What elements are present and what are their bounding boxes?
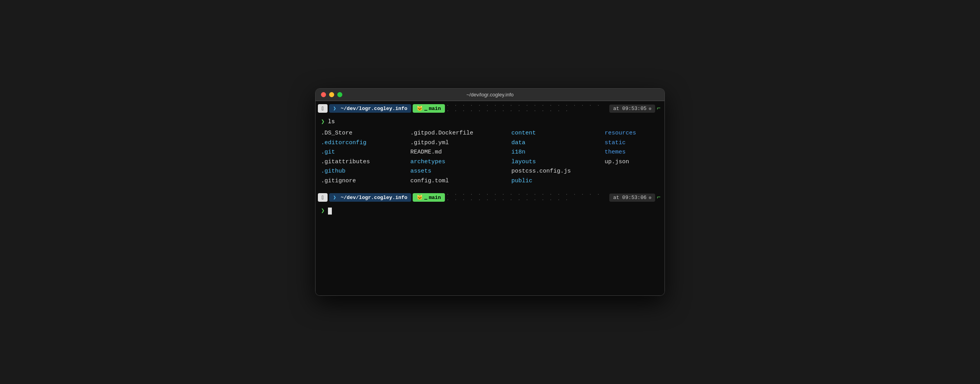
file-item bbox=[605, 177, 665, 186]
clock-icon-1: ⊙ bbox=[649, 106, 652, 111]
window-title: ~/dev/logr.cogley.info bbox=[466, 92, 514, 98]
path-bold-2: logr.cogley.info bbox=[359, 195, 408, 201]
file-item: public bbox=[511, 177, 605, 186]
new-command-line: ❯ bbox=[321, 206, 659, 216]
path-prefix-1: ~/dev/ bbox=[341, 106, 359, 112]
prompt-bar-2:  ❯ ~/dev/logr.cogley.info 🐱 ⎯ main · · … bbox=[316, 190, 664, 205]
chevron-icon-2: ❯ bbox=[321, 206, 325, 216]
file-item: .gitignore bbox=[321, 177, 410, 186]
file-item: config.toml bbox=[410, 177, 511, 186]
time-display-1: at 09:53:05 ⊙ bbox=[609, 105, 655, 113]
git-icon-2: 🐱 bbox=[417, 194, 423, 201]
command-line: ❯ ls bbox=[321, 117, 659, 127]
close-button[interactable] bbox=[321, 92, 326, 97]
file-item: resources bbox=[605, 129, 665, 138]
file-item: .editorconfig bbox=[321, 139, 410, 148]
minimize-button[interactable] bbox=[329, 92, 334, 97]
path-bold-1: logr.cogley.info bbox=[359, 106, 408, 112]
prompt-end-bracket-2: ⌐ bbox=[655, 194, 662, 201]
file-item: .github bbox=[321, 167, 410, 176]
prompt-end-bracket-1: ⌐ bbox=[655, 105, 662, 112]
time-display-2: at 09:53:06 ⊙ bbox=[609, 194, 655, 202]
branch-icon-2: ⎯ bbox=[424, 195, 427, 200]
file-item: content bbox=[511, 129, 605, 138]
file-item: up.json bbox=[605, 158, 665, 167]
file-item: .DS_Store bbox=[321, 129, 410, 138]
branch-name-2: main bbox=[429, 195, 441, 201]
time-text-1: at 09:53:05 bbox=[613, 106, 647, 112]
file-item: layouts bbox=[511, 158, 605, 167]
apple-icon:  bbox=[318, 104, 328, 113]
branch-name-1: main bbox=[429, 106, 441, 112]
title-bar: ~/dev/logr.cogley.info bbox=[316, 89, 664, 101]
file-item: data bbox=[511, 139, 605, 148]
git-branch-1: 🐱 ⎯ main bbox=[413, 104, 445, 113]
terminal-body:  ❯ ~/dev/logr.cogley.info 🐱 ⎯ main · · … bbox=[316, 101, 664, 295]
apple-icon-2:  bbox=[318, 193, 328, 202]
terminal-window: ~/dev/logr.cogley.info  ❯ ~/dev/logr.co… bbox=[315, 88, 665, 296]
file-item: assets bbox=[410, 167, 511, 176]
file-item bbox=[605, 167, 665, 176]
terminal-content: ❯ ls .DS_Store .gitpod.Dockerfile conten… bbox=[316, 116, 664, 190]
cursor bbox=[328, 208, 332, 215]
branch-icon-1: ⎯ bbox=[424, 106, 427, 111]
time-text-2: at 09:53:06 bbox=[613, 195, 647, 201]
file-item: archetypes bbox=[410, 158, 511, 167]
file-item: .gitpod.Dockerfile bbox=[410, 129, 511, 138]
file-item: .git bbox=[321, 148, 410, 157]
path-arrow-icon: ❯ bbox=[333, 106, 336, 112]
prompt-dots-2: · · · · · · · · · · · · · · · · · · · · … bbox=[446, 192, 608, 203]
traffic-lights bbox=[321, 92, 342, 97]
file-listing: .DS_Store .gitpod.Dockerfile content res… bbox=[321, 129, 659, 185]
file-item: static bbox=[605, 139, 665, 148]
prompt-dots-1: · · · · · · · · · · · · · · · · · · · · … bbox=[446, 103, 608, 114]
file-item: README.md bbox=[410, 148, 511, 157]
file-item: themes bbox=[605, 148, 665, 157]
prompt-bar-1:  ❯ ~/dev/logr.cogley.info 🐱 ⎯ main · · … bbox=[316, 101, 664, 116]
clock-icon-2: ⊙ bbox=[649, 195, 652, 200]
terminal-content-2: ❯ bbox=[316, 205, 664, 221]
maximize-button[interactable] bbox=[337, 92, 342, 97]
path-arrow-icon-2: ❯ bbox=[333, 195, 336, 201]
git-icon-1: 🐱 bbox=[417, 105, 423, 112]
path-display-1: ❯ ~/dev/logr.cogley.info bbox=[329, 104, 411, 113]
file-item: i18n bbox=[511, 148, 605, 157]
path-prefix-2: ~/dev/ bbox=[341, 195, 359, 201]
file-item: .gitpod.yml bbox=[410, 139, 511, 148]
command-text: ls bbox=[328, 118, 335, 127]
path-display-2: ❯ ~/dev/logr.cogley.info bbox=[329, 193, 411, 202]
git-branch-2: 🐱 ⎯ main bbox=[413, 193, 445, 202]
file-item: postcss.config.js bbox=[511, 167, 605, 176]
chevron-icon: ❯ bbox=[321, 117, 325, 127]
file-item: .gitattributes bbox=[321, 158, 410, 167]
